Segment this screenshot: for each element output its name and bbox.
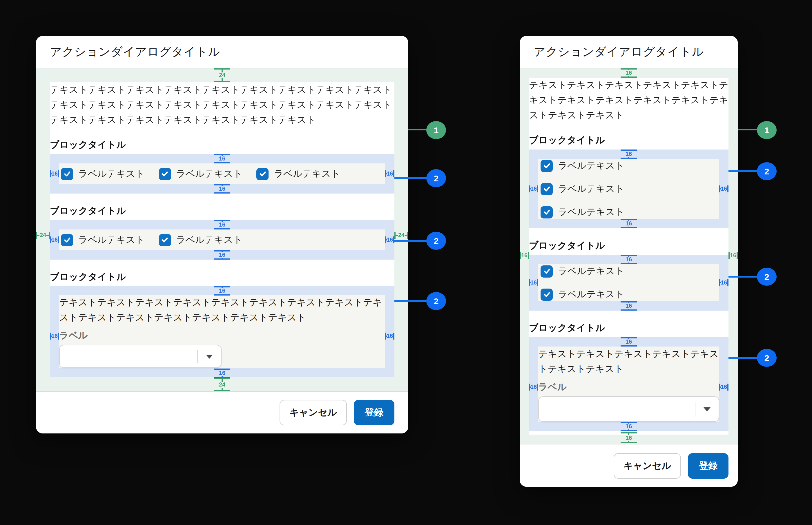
spacing-marker-16: 16 [621,337,637,346]
block-text: テキストテキストテキストテキストテキストテキストテキスト [538,346,719,377]
checkbox-label: ラベルテキスト [78,169,145,179]
submit-button[interactable]: 登録 [688,453,728,479]
checkbox-block: ラベルテキスト ラベルテキスト ラベルテキスト [529,150,728,228]
checkbox[interactable] [159,234,171,246]
block-title: ブロックタイトル [50,271,394,283]
dialog-header: アクションダイアログタイトル [36,36,408,69]
checkbox-item: ラベルテキスト [61,233,145,247]
spacing-marker-16: 16 [50,170,59,178]
annotation-badge-2: 2 [757,268,777,286]
annotated-spec-canvas: アクションダイアログタイトル テキストテキストテキストテキストテキストテキストテ… [0,0,812,525]
dialog-title: アクションダイアログタイトル [534,44,704,60]
select-divider [197,350,198,363]
block-title: ブロックタイトル [50,139,394,151]
checkbox-label: ラベルテキスト [78,235,145,244]
spacing-marker-16: 16 [621,432,637,443]
cancel-button[interactable]: キャンセル [279,400,347,425]
spacing-marker-16: 16 [385,332,394,340]
spacing-marker-16: 16 [385,170,394,178]
checkbox[interactable] [540,288,553,300]
checkbox-item: ラベルテキスト [540,264,719,278]
spacing-marker-16: 16 [621,301,637,311]
checkbox-label: ラベルテキスト [558,267,624,276]
body-text: テキストテキストテキストテキストテキストテキストテキストテキストテキストテキスト… [50,82,394,127]
connector-line [394,240,429,242]
spacing-marker-16: 16 [529,383,538,391]
checkbox-label: ラベルテキスト [274,169,340,179]
select-input[interactable] [538,396,719,422]
checkbox[interactable] [540,183,553,195]
checkbox-label: ラベルテキスト [558,208,624,217]
annotation-badge-2: 2 [757,349,777,367]
checkbox[interactable] [159,168,171,180]
dialog-body: テキストテキストテキストテキストテキストテキストテキストテキストテキストテキスト… [36,69,408,391]
checkbox-column: ラベルテキスト ラベルテキスト ラベルテキスト [538,159,719,219]
select-block: テキストテキストテキストテキストテキストテキストテキストテキストテキストテキスト… [50,286,394,377]
checkbox-item: ラベルテキスト [257,167,340,181]
select-divider [695,402,695,416]
connector-line [728,357,760,359]
checkbox-item: ラベルテキスト [540,159,719,173]
spacing-marker-16: 16 [719,279,728,287]
block-title: ブロックタイトル [529,322,728,334]
checkbox-label: ラベルテキスト [558,290,624,299]
block-title: ブロックタイトル [50,205,394,217]
spacing-marker-16: 16 [214,286,230,296]
block-title: ブロックタイトル [529,240,728,252]
chevron-down-icon [704,407,710,411]
checkbox-column: ラベルテキスト ラベルテキスト [538,264,719,301]
spacing-marker-16: 16 [719,185,728,193]
connector-line [394,177,429,179]
chevron-down-icon [206,355,213,359]
annotation-badge-2: 2 [426,292,446,310]
spacing-marker-16: 16 [50,332,59,340]
checkbox-label: ラベルテキスト [176,169,243,179]
block-title: ブロックタイトル [529,134,728,146]
spacing-marker-16: 16 [719,383,728,391]
select-label: ラベル [59,330,88,341]
spacing-marker-16: 16 [385,236,394,244]
checkbox[interactable] [61,168,73,180]
connector-line [738,129,760,130]
checkbox-row: ラベルテキスト ラベルテキスト [59,229,385,250]
spacing-marker-16: 16 [529,185,538,193]
annotation-badge-2: 2 [757,162,777,180]
spacing-marker-24: 24 [394,231,408,239]
annotation-badge-2: 2 [426,169,446,187]
body-text: テキストテキストテキストテキストテキストテキストテキストテキストテキストテキスト… [529,78,728,123]
checkbox[interactable] [61,234,73,246]
spacing-marker-16: 16 [214,154,230,163]
checkbox-item: ラベルテキスト [540,205,719,219]
checkbox-label: ラベルテキスト [176,235,243,244]
checkbox[interactable] [540,265,553,277]
spacing-marker-16: 16 [728,252,738,260]
spacing-marker-16: 16 [621,69,637,78]
spacing-marker-24: 24 [36,231,50,239]
action-dialog-mobile: アクションダイアログタイトル テキストテキストテキストテキストテキストテキストテ… [520,36,738,487]
select-label: ラベル [538,381,567,393]
spacing-marker-16: 16 [529,279,538,287]
spacing-marker-16: 16 [621,150,637,159]
dialog-footer: キャンセル 登録 [520,444,738,487]
spacing-marker-16: 16 [520,252,529,260]
checkbox[interactable] [540,160,553,172]
cancel-button[interactable]: キャンセル [614,453,681,479]
checkbox[interactable] [540,206,553,218]
spacing-marker-16: 16 [621,255,637,264]
annotation-badge-2: 2 [426,232,446,250]
connector-line [728,170,760,172]
spacing-marker-16: 16 [214,184,230,194]
spacing-marker-24: 24 [214,378,230,391]
checkbox[interactable] [257,168,269,180]
annotation-badge-1: 1 [757,121,777,139]
submit-button[interactable]: 登録 [354,400,394,425]
checkbox-item: ラベルテキスト [540,182,719,196]
spacing-marker-24: 24 [214,69,230,82]
checkbox-row: ラベルテキスト ラベルテキスト ラベルテキスト [59,163,385,184]
spacing-marker-16: 16 [621,219,637,228]
dialog-title: アクションダイアログタイトル [50,44,220,60]
spacing-marker-16: 16 [214,250,230,260]
select-input[interactable] [59,345,221,368]
dialog-header: アクションダイアログタイトル [520,36,738,69]
action-dialog-desktop: アクションダイアログタイトル テキストテキストテキストテキストテキストテキストテ… [36,36,408,433]
